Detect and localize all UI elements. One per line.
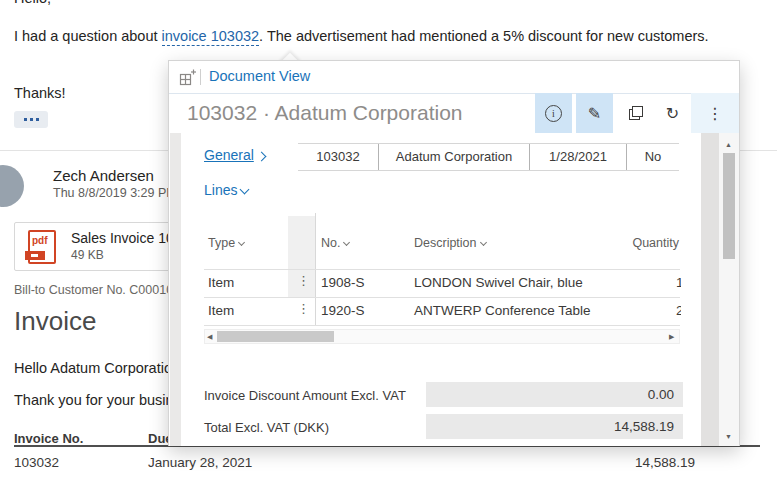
copy-icon <box>629 106 643 120</box>
discount-value-field[interactable]: 0.00 <box>426 382 683 407</box>
attachment-size: 49 KB <box>71 248 104 262</box>
line-quantity: 1 <box>676 275 681 290</box>
line-quantity: 2 <box>676 303 681 318</box>
refresh-button[interactable]: ↻ <box>654 93 691 133</box>
total-excl-vat-label: Total Excl. VAT (DKK) <box>204 420 329 435</box>
row-menu-icon[interactable]: ⋮ <box>297 302 310 316</box>
attachment-name: Sales Invoice 10 <box>71 230 174 246</box>
copy-button[interactable] <box>617 93 654 133</box>
email-reading-pane: Hello, I had a question about invoice 10… <box>0 0 777 503</box>
column-header-description[interactable]: Description <box>414 236 486 250</box>
more-options-button[interactable]: ⋮ <box>691 93 739 133</box>
scroll-left-icon[interactable]: ◀ <box>207 333 212 340</box>
summary-due-date: January 28, 2021 <box>148 455 252 470</box>
toolbar-divider <box>200 69 201 85</box>
horizontal-scrollbar-thumb[interactable] <box>217 331 334 342</box>
record-title: 103032 · Adatum Corporation <box>187 101 463 125</box>
scroll-down-icon[interactable]: ▼ <box>725 433 732 440</box>
pencil-icon: ✎ <box>588 104 601 123</box>
line-description: LONDON Swivel Chair, blue <box>414 275 583 290</box>
general-field-date[interactable]: 1/28/2021 <box>529 144 626 170</box>
document-view-popup: Document View 103032 · Adatum Corporatio… <box>168 60 740 446</box>
avatar[interactable] <box>0 165 24 207</box>
discount-label: Invoice Discount Amount Excl. VAT <box>204 388 406 403</box>
show-trimmed-content-button[interactable] <box>14 111 48 128</box>
sent-timestamp: Thu 8/8/2019 3:29 PM <box>53 186 177 200</box>
popup-toolbar: Document View <box>169 61 739 94</box>
general-field-flag[interactable]: No <box>626 144 679 170</box>
line-type: Item <box>208 303 234 318</box>
bill-to-line: Bill-to Customer No. C00010 <box>14 283 173 297</box>
email-question-line: I had a question about invoice 103032. T… <box>14 28 709 44</box>
email-signoff: Thanks! <box>14 85 66 101</box>
page-grid-icon[interactable] <box>179 69 196 86</box>
line-no: 1920-S <box>321 303 365 318</box>
grid-line <box>204 269 680 270</box>
chevron-down-icon <box>343 239 350 246</box>
line-type: Item <box>208 275 234 290</box>
scroll-right-icon[interactable]: ▶ <box>669 333 674 340</box>
refresh-icon: ↻ <box>666 104 679 123</box>
vertical-scrollbar-thumb[interactable] <box>723 153 735 259</box>
invoice-heading: Invoice <box>14 306 96 337</box>
lines-section-label: Lines <box>204 182 237 198</box>
grid-line <box>204 325 680 326</box>
scroll-up-icon[interactable]: ▲ <box>725 141 732 148</box>
general-field-no[interactable]: 103032 <box>298 144 378 170</box>
column-header-type[interactable]: Type <box>208 236 244 250</box>
summary-amount: 14,588.19 <box>520 455 695 470</box>
line-no: 1908-S <box>321 275 365 290</box>
sender-name: Zech Andersen <box>53 167 154 184</box>
content-left-gutter <box>170 133 181 446</box>
general-section-label: General <box>204 147 254 163</box>
edit-button[interactable]: ✎ <box>576 93 613 133</box>
pdf-icon: pdf <box>28 230 56 264</box>
column-header-quantity[interactable]: Quantity <box>589 236 679 250</box>
general-field-customer[interactable]: Adatum Corporation <box>378 144 529 170</box>
chevron-down-icon <box>238 239 245 246</box>
question-prefix: I had a question about <box>14 28 162 44</box>
line-description: ANTWERP Conference Table <box>414 303 591 318</box>
chevron-right-icon <box>256 152 266 162</box>
grid-line <box>204 297 680 298</box>
email-greeting: Hello, <box>14 0 51 6</box>
chevron-down-icon <box>479 239 486 246</box>
invoice-link[interactable]: invoice 103032 <box>162 28 260 46</box>
summary-invoice-no: 103032 <box>14 455 59 470</box>
body-line-1: Hello Adatum Corporation, <box>14 360 184 376</box>
total-excl-vat-field[interactable]: 14,588.19 <box>426 414 683 439</box>
general-section-link[interactable]: General <box>204 147 265 163</box>
column-header-no[interactable]: No. <box>321 236 349 250</box>
pdf-icon-label: pdf <box>32 235 48 246</box>
chevron-down-icon <box>240 185 250 195</box>
lines-section-link[interactable]: Lines <box>204 182 248 198</box>
general-fields-row: 103032 Adatum Corporation 1/28/2021 No <box>298 143 679 171</box>
content-right-gutter <box>701 133 719 446</box>
question-suffix: . The advertisement had mentioned a 5% d… <box>259 28 708 44</box>
info-button[interactable]: i <box>535 93 572 133</box>
vertical-ellipsis-icon: ⋮ <box>707 104 723 123</box>
info-icon: i <box>545 105 562 122</box>
record-action-bar: i ✎ ↻ ⋮ <box>535 93 739 133</box>
summary-col1-header: Invoice No. <box>14 431 83 446</box>
row-menu-icon[interactable]: ⋮ <box>297 274 310 288</box>
ellipsis-icon <box>24 118 27 121</box>
document-view-link[interactable]: Document View <box>209 68 310 84</box>
